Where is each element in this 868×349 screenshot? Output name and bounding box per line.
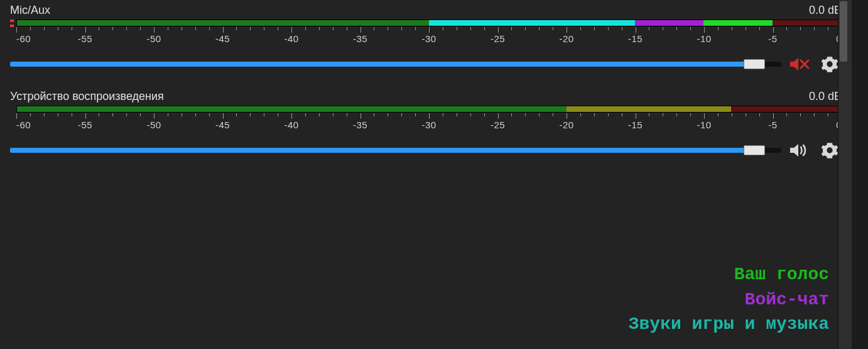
audio-mixer-panel: Mic/Aux 0.0 dB -60-55-50-45-40-35-30-25-… [0, 0, 852, 349]
mixer-channel: Mic/Aux 0.0 dB -60-55-50-45-40-35-30-25-… [0, 3, 852, 80]
channel-name: Mic/Aux [10, 4, 50, 17]
volume-slider[interactable] [10, 148, 781, 153]
mixer-channel: Устройство воспроизведения 0.0 dB -60-55… [0, 89, 852, 166]
legend-item-game: Звуки игры и музыка [629, 312, 829, 336]
speaker-on-icon [789, 142, 810, 158]
scrollbar[interactable] [838, 0, 852, 349]
gear-icon [821, 141, 838, 159]
volume-slider[interactable] [10, 62, 781, 67]
channel-name: Устройство воспроизведения [10, 90, 164, 103]
color-legend: Ваш голос Войс-чат Звуки игры и музыка [629, 262, 829, 336]
mute-button[interactable] [788, 141, 811, 160]
volume-slider-thumb[interactable] [744, 59, 765, 69]
volume-slider-thumb[interactable] [744, 145, 765, 155]
channel-db-readout: 0.0 dB [809, 90, 842, 103]
scrollbar-thumb[interactable] [840, 1, 847, 62]
channel-db-readout: 0.0 dB [809, 4, 842, 17]
level-meter: -60-55-50-45-40-35-30-25-20-15-10-50 [10, 19, 842, 47]
level-meter: -60-55-50-45-40-35-30-25-20-15-10-50 [10, 106, 842, 133]
legend-item-voicechat: Войс-чат [629, 287, 829, 312]
gear-icon [821, 55, 838, 73]
speaker-muted-icon [789, 56, 810, 72]
legend-item-voice: Ваш голос [629, 262, 829, 287]
clip-indicator-icon [10, 19, 14, 31]
mute-button[interactable] [788, 55, 811, 74]
